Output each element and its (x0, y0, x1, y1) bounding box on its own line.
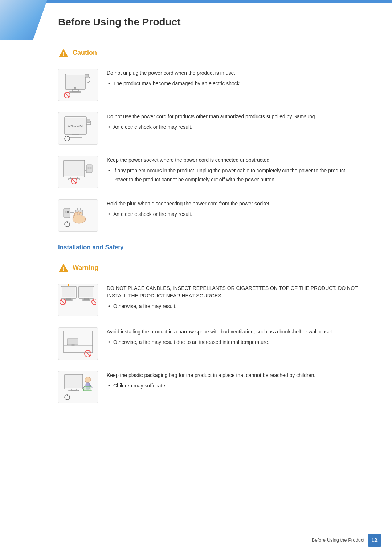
caution-main-text-4: Hold the plug when disconnecting the pow… (107, 200, 370, 208)
svg-line-49 (93, 300, 96, 304)
warning-bullet-1: Otherwise, a fire may result. (107, 303, 370, 310)
footer-label: Before Using the Product (312, 537, 364, 544)
caution-triangle-icon: ! (58, 48, 69, 58)
svg-point-64 (85, 377, 91, 383)
caution-text-1: Do not unplug the power cord when the pr… (107, 69, 370, 89)
caution-text-3: Keep the power socket where the power co… (107, 156, 370, 186)
svg-rect-47 (82, 300, 90, 300)
warning-item-3: Keep the plastic packaging bag for the p… (58, 371, 370, 403)
caution-bullet-1: The product may become damaged by an ele… (107, 80, 370, 87)
svg-rect-41 (65, 300, 73, 300)
svg-rect-5 (70, 91, 81, 93)
svg-rect-4 (72, 89, 78, 91)
svg-rect-63 (69, 390, 79, 391)
svg-rect-45 (79, 287, 93, 297)
caution-item-3: Keep the power socket where the power co… (58, 156, 370, 188)
warning-triangle-icon: ! (58, 263, 69, 272)
caution-item-2: SAMSUNG Do not use the power cord for pr… (58, 112, 370, 145)
warning-section-header: ! Warning (58, 263, 370, 273)
svg-line-26 (72, 179, 76, 183)
caution-text-2: Do not use the power cord for products o… (107, 112, 370, 132)
caution-item-1: Do not unplug the power cord when the pr… (58, 69, 370, 101)
caution-item-4: Hold the plug when disconnecting the pow… (58, 199, 370, 232)
svg-marker-68 (83, 386, 91, 391)
warning-main-text-3: Keep the plastic packaging bag for the p… (107, 372, 370, 379)
warning-image-3 (58, 371, 98, 403)
caution-image-4 (58, 199, 98, 232)
caution-section-header: ! Caution (58, 48, 370, 58)
caution-bullet-2: An electric shock or fire may result. (107, 123, 370, 131)
caution-main-text-3: Keep the power socket where the power co… (107, 156, 370, 164)
warning-item-2: Avoid installing the product in a narrow… (58, 327, 370, 360)
installation-safety-section: Installation and Safety (58, 243, 370, 252)
svg-text:!: ! (63, 266, 65, 272)
svg-point-43 (68, 284, 69, 286)
svg-rect-57 (72, 345, 74, 345)
warning-text-2: Avoid installing the product in a narrow… (107, 327, 370, 348)
svg-rect-61 (65, 375, 82, 388)
warning-text-3: Keep the plastic packaging bag for the p… (107, 371, 370, 391)
svg-rect-21 (68, 179, 80, 180)
svg-line-9 (65, 93, 69, 97)
svg-rect-56 (68, 339, 78, 344)
warning-main-text-1: DO NOT PLACE CANDLES, INSECT REPELLANTS … (107, 284, 370, 300)
svg-rect-15 (87, 120, 90, 123)
svg-text:SAMSUNG: SAMSUNG (68, 124, 83, 127)
warning-bullet-2: Otherwise, a fire may result due to an i… (107, 338, 370, 346)
warning-label: Warning (73, 263, 98, 273)
caution-bullet-3: If any problem occurs in the product, un… (107, 167, 370, 175)
caution-bullet-4: An electric shock or fire may result. (107, 210, 370, 218)
warning-text-1: DO NOT PLACE CANDLES, INSECT REPELLANTS … (107, 284, 370, 312)
warning-bullet-3: Children may suffocate. (107, 382, 370, 390)
caution-image-3 (58, 156, 98, 188)
svg-rect-7 (85, 74, 89, 77)
caution-image-1 (58, 69, 98, 101)
caution-label: Caution (73, 48, 97, 58)
svg-rect-19 (64, 161, 84, 176)
svg-rect-14 (69, 136, 82, 137)
page-number: 12 (368, 534, 381, 547)
caution-sub-note-3: Power to the product cannot be completel… (107, 176, 370, 184)
warning-main-text-2: Avoid installing the product in a narrow… (107, 328, 370, 336)
installation-safety-title: Installation and Safety (58, 243, 370, 252)
caution-main-text-1: Do not unplug the power cord when the pr… (107, 69, 370, 77)
page-title: Before Using the Product (58, 11, 370, 30)
svg-rect-39 (62, 287, 75, 297)
warning-image-2 (58, 327, 98, 360)
warning-item-1: DO NOT PLACE CANDLES, INSECT REPELLANTS … (58, 284, 370, 316)
caution-image-2: SAMSUNG (58, 112, 98, 145)
svg-line-51 (61, 300, 65, 304)
caution-main-text-2: Do not use the power cord for products o… (107, 113, 370, 120)
svg-text:!: ! (63, 51, 65, 57)
svg-rect-3 (66, 75, 85, 89)
svg-rect-31 (64, 208, 70, 218)
caution-text-4: Hold the plug when disconnecting the pow… (107, 199, 370, 219)
page-footer: Before Using the Product 12 (312, 534, 381, 547)
warning-image-1 (58, 284, 98, 316)
svg-line-59 (85, 351, 90, 356)
